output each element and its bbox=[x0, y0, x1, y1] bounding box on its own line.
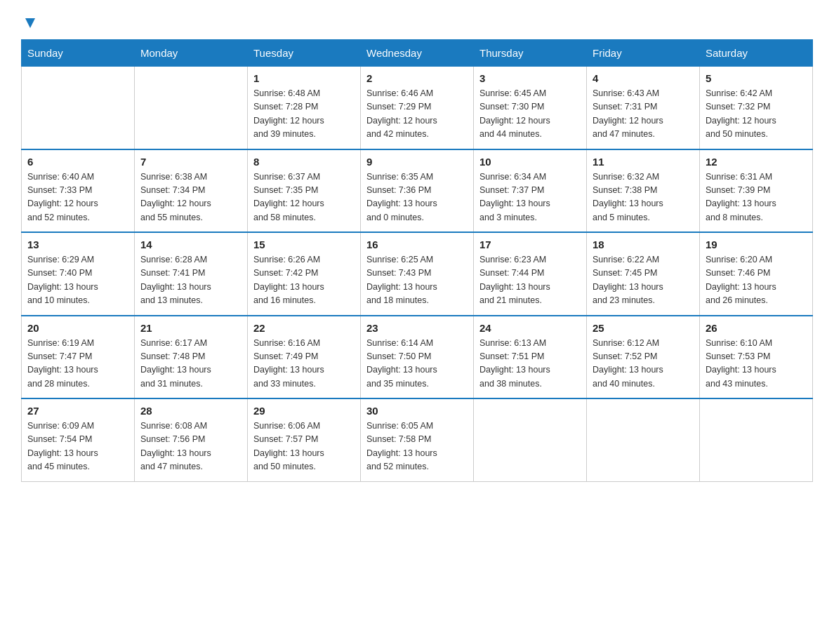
day-number: 24 bbox=[479, 322, 581, 334]
day-number: 13 bbox=[27, 239, 128, 250]
day-info: Sunrise: 6:40 AM Sunset: 7:33 PM Dayligh… bbox=[27, 170, 128, 225]
calendar-week-row: 20Sunrise: 6:19 AM Sunset: 7:47 PM Dayli… bbox=[22, 316, 813, 399]
day-number: 14 bbox=[140, 239, 241, 250]
day-info: Sunrise: 6:17 AM Sunset: 7:48 PM Dayligh… bbox=[140, 337, 241, 391]
calendar-header-row: SundayMondayTuesdayWednesdayThursdayFrid… bbox=[22, 40, 813, 67]
day-number: 16 bbox=[366, 239, 468, 250]
calendar-cell: 5Sunrise: 6:42 AM Sunset: 7:32 PM Daylig… bbox=[700, 67, 813, 149]
day-info: Sunrise: 6:35 AM Sunset: 7:36 PM Dayligh… bbox=[366, 170, 468, 225]
calendar-cell: 10Sunrise: 6:34 AM Sunset: 7:37 PM Dayli… bbox=[474, 149, 587, 233]
calendar-week-row: 13Sunrise: 6:29 AM Sunset: 7:40 PM Dayli… bbox=[22, 232, 813, 316]
day-info: Sunrise: 6:09 AM Sunset: 7:54 PM Dayligh… bbox=[27, 420, 128, 474]
day-info: Sunrise: 6:12 AM Sunset: 7:52 PM Dayligh… bbox=[593, 337, 694, 391]
day-info: Sunrise: 6:37 AM Sunset: 7:35 PM Dayligh… bbox=[253, 170, 355, 225]
calendar-cell bbox=[700, 398, 813, 481]
calendar-cell: 30Sunrise: 6:05 AM Sunset: 7:58 PM Dayli… bbox=[361, 398, 474, 481]
calendar-cell: 16Sunrise: 6:25 AM Sunset: 7:43 PM Dayli… bbox=[361, 232, 474, 316]
day-number: 8 bbox=[253, 156, 355, 168]
calendar-cell: 28Sunrise: 6:08 AM Sunset: 7:56 PM Dayli… bbox=[135, 398, 248, 481]
day-number: 22 bbox=[253, 322, 355, 334]
day-info: Sunrise: 6:26 AM Sunset: 7:42 PM Dayligh… bbox=[253, 253, 355, 308]
calendar-cell: 27Sunrise: 6:09 AM Sunset: 7:54 PM Dayli… bbox=[22, 398, 135, 481]
weekday-header-thursday: Thursday bbox=[474, 40, 587, 67]
day-number: 12 bbox=[706, 156, 807, 168]
calendar-cell: 24Sunrise: 6:13 AM Sunset: 7:51 PM Dayli… bbox=[474, 316, 587, 399]
day-info: Sunrise: 6:22 AM Sunset: 7:45 PM Dayligh… bbox=[593, 253, 694, 308]
calendar-cell: 20Sunrise: 6:19 AM Sunset: 7:47 PM Dayli… bbox=[22, 316, 135, 399]
day-info: Sunrise: 6:13 AM Sunset: 7:51 PM Dayligh… bbox=[479, 337, 581, 391]
day-info: Sunrise: 6:05 AM Sunset: 7:58 PM Dayligh… bbox=[366, 420, 468, 474]
logo bbox=[21, 14, 38, 27]
day-info: Sunrise: 6:06 AM Sunset: 7:57 PM Dayligh… bbox=[253, 420, 355, 474]
day-number: 20 bbox=[27, 322, 128, 334]
logo-triangle-icon bbox=[22, 15, 38, 31]
day-info: Sunrise: 6:16 AM Sunset: 7:49 PM Dayligh… bbox=[253, 337, 355, 391]
day-info: Sunrise: 6:42 AM Sunset: 7:32 PM Dayligh… bbox=[706, 87, 807, 142]
calendar-cell: 14Sunrise: 6:28 AM Sunset: 7:41 PM Dayli… bbox=[135, 232, 248, 316]
day-info: Sunrise: 6:32 AM Sunset: 7:38 PM Dayligh… bbox=[593, 170, 694, 225]
page-header bbox=[21, 14, 813, 27]
calendar-cell bbox=[22, 67, 135, 149]
calendar-table: SundayMondayTuesdayWednesdayThursdayFrid… bbox=[21, 39, 813, 482]
day-info: Sunrise: 6:25 AM Sunset: 7:43 PM Dayligh… bbox=[366, 253, 468, 308]
day-info: Sunrise: 6:10 AM Sunset: 7:53 PM Dayligh… bbox=[706, 337, 807, 391]
day-info: Sunrise: 6:14 AM Sunset: 7:50 PM Dayligh… bbox=[366, 337, 468, 391]
calendar-week-row: 27Sunrise: 6:09 AM Sunset: 7:54 PM Dayli… bbox=[22, 398, 813, 481]
day-number: 27 bbox=[27, 405, 128, 417]
day-number: 15 bbox=[253, 239, 355, 250]
day-number: 29 bbox=[253, 405, 355, 417]
day-number: 9 bbox=[366, 156, 468, 168]
weekday-header-saturday: Saturday bbox=[700, 40, 813, 67]
day-info: Sunrise: 6:23 AM Sunset: 7:44 PM Dayligh… bbox=[479, 253, 581, 308]
day-number: 4 bbox=[593, 72, 694, 84]
day-info: Sunrise: 6:48 AM Sunset: 7:28 PM Dayligh… bbox=[253, 87, 355, 142]
day-info: Sunrise: 6:20 AM Sunset: 7:46 PM Dayligh… bbox=[706, 253, 807, 308]
calendar-cell: 8Sunrise: 6:37 AM Sunset: 7:35 PM Daylig… bbox=[248, 149, 361, 233]
day-number: 28 bbox=[140, 405, 241, 417]
day-number: 23 bbox=[366, 322, 468, 334]
day-info: Sunrise: 6:19 AM Sunset: 7:47 PM Dayligh… bbox=[27, 337, 128, 391]
calendar-week-row: 6Sunrise: 6:40 AM Sunset: 7:33 PM Daylig… bbox=[22, 149, 813, 233]
calendar-cell: 18Sunrise: 6:22 AM Sunset: 7:45 PM Dayli… bbox=[587, 232, 700, 316]
calendar-cell: 2Sunrise: 6:46 AM Sunset: 7:29 PM Daylig… bbox=[361, 67, 474, 149]
calendar-cell bbox=[587, 398, 700, 481]
calendar-cell: 23Sunrise: 6:14 AM Sunset: 7:50 PM Dayli… bbox=[361, 316, 474, 399]
calendar-cell: 15Sunrise: 6:26 AM Sunset: 7:42 PM Dayli… bbox=[248, 232, 361, 316]
day-info: Sunrise: 6:46 AM Sunset: 7:29 PM Dayligh… bbox=[366, 87, 468, 142]
calendar-week-row: 1Sunrise: 6:48 AM Sunset: 7:28 PM Daylig… bbox=[22, 67, 813, 149]
day-number: 26 bbox=[706, 322, 807, 334]
calendar-cell: 22Sunrise: 6:16 AM Sunset: 7:49 PM Dayli… bbox=[248, 316, 361, 399]
day-number: 18 bbox=[593, 239, 694, 250]
day-number: 10 bbox=[479, 156, 581, 168]
calendar-cell: 7Sunrise: 6:38 AM Sunset: 7:34 PM Daylig… bbox=[135, 149, 248, 233]
calendar-cell: 21Sunrise: 6:17 AM Sunset: 7:48 PM Dayli… bbox=[135, 316, 248, 399]
calendar-cell: 19Sunrise: 6:20 AM Sunset: 7:46 PM Dayli… bbox=[700, 232, 813, 316]
weekday-header-friday: Friday bbox=[587, 40, 700, 67]
day-number: 25 bbox=[593, 322, 694, 334]
calendar-cell bbox=[135, 67, 248, 149]
calendar-cell: 29Sunrise: 6:06 AM Sunset: 7:57 PM Dayli… bbox=[248, 398, 361, 481]
calendar-cell: 4Sunrise: 6:43 AM Sunset: 7:31 PM Daylig… bbox=[587, 67, 700, 149]
day-info: Sunrise: 6:31 AM Sunset: 7:39 PM Dayligh… bbox=[706, 170, 807, 225]
calendar-cell: 17Sunrise: 6:23 AM Sunset: 7:44 PM Dayli… bbox=[474, 232, 587, 316]
day-info: Sunrise: 6:43 AM Sunset: 7:31 PM Dayligh… bbox=[593, 87, 694, 142]
day-info: Sunrise: 6:45 AM Sunset: 7:30 PM Dayligh… bbox=[479, 87, 581, 142]
day-number: 1 bbox=[253, 72, 355, 84]
weekday-header-sunday: Sunday bbox=[22, 40, 135, 67]
day-number: 3 bbox=[479, 72, 581, 84]
day-number: 5 bbox=[706, 72, 807, 84]
weekday-header-monday: Monday bbox=[135, 40, 248, 67]
day-info: Sunrise: 6:08 AM Sunset: 7:56 PM Dayligh… bbox=[140, 420, 241, 474]
calendar-cell: 1Sunrise: 6:48 AM Sunset: 7:28 PM Daylig… bbox=[248, 67, 361, 149]
calendar-cell: 6Sunrise: 6:40 AM Sunset: 7:33 PM Daylig… bbox=[22, 149, 135, 233]
day-number: 2 bbox=[366, 72, 468, 84]
day-number: 7 bbox=[140, 156, 241, 168]
calendar-cell: 25Sunrise: 6:12 AM Sunset: 7:52 PM Dayli… bbox=[587, 316, 700, 399]
day-info: Sunrise: 6:29 AM Sunset: 7:40 PM Dayligh… bbox=[27, 253, 128, 308]
day-number: 11 bbox=[593, 156, 694, 168]
weekday-header-wednesday: Wednesday bbox=[361, 40, 474, 67]
calendar-cell: 26Sunrise: 6:10 AM Sunset: 7:53 PM Dayli… bbox=[700, 316, 813, 399]
svg-marker-0 bbox=[25, 18, 35, 28]
day-number: 21 bbox=[140, 322, 241, 334]
day-number: 19 bbox=[706, 239, 807, 250]
